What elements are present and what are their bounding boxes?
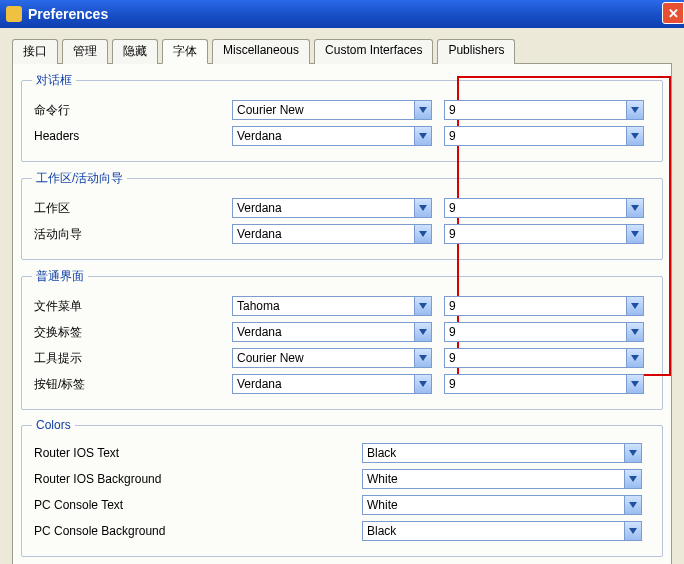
select-pc-text-color[interactable]: White	[362, 495, 642, 515]
chevron-down-icon	[414, 225, 431, 243]
tab-label: Custom Interfaces	[325, 43, 422, 57]
chevron-down-icon	[624, 522, 641, 540]
select-value: Courier New	[237, 103, 304, 117]
window-title: Preferences	[28, 6, 108, 22]
chevron-down-icon	[414, 101, 431, 119]
chevron-down-icon	[414, 127, 431, 145]
select-value: Verdana	[237, 129, 282, 143]
select-value: Verdana	[237, 325, 282, 339]
chevron-down-icon	[626, 323, 643, 341]
select-workspace-size[interactable]: 9	[444, 198, 644, 218]
select-swaptab-size[interactable]: 9	[444, 322, 644, 342]
chevron-down-icon	[626, 297, 643, 315]
chevron-down-icon	[414, 323, 431, 341]
tab-hide[interactable]: 隐藏	[112, 39, 158, 64]
label-filemenu: 文件菜单	[32, 298, 232, 315]
close-icon: ✕	[668, 6, 679, 21]
titlebar: Preferences ✕	[0, 0, 684, 28]
select-value: Verdana	[237, 201, 282, 215]
select-tooltip-size[interactable]: 9	[444, 348, 644, 368]
select-value: 9	[449, 129, 456, 143]
group-dialog: 对话框 命令行 Courier New 9 Headers Verdana	[21, 72, 663, 162]
select-activity-size[interactable]: 9	[444, 224, 644, 244]
label-pc-bg: PC Console Background	[32, 524, 362, 538]
select-tooltip-font[interactable]: Courier New	[232, 348, 432, 368]
chevron-down-icon	[626, 101, 643, 119]
tab-publishers[interactable]: Publishers	[437, 39, 515, 64]
group-dialog-legend: 对话框	[32, 72, 76, 89]
label-headers: Headers	[32, 129, 232, 143]
select-value: 9	[449, 201, 456, 215]
chevron-down-icon	[414, 199, 431, 217]
select-value: 9	[449, 377, 456, 391]
label-cmdline: 命令行	[32, 102, 232, 119]
select-pc-bg-color[interactable]: Black	[362, 521, 642, 541]
label-activity: 活动向导	[32, 226, 232, 243]
select-headers-font[interactable]: Verdana	[232, 126, 432, 146]
chevron-down-icon	[624, 470, 641, 488]
tab-bar: 接口 管理 隐藏 字体 Miscellaneous Custom Interfa…	[12, 39, 672, 64]
chevron-down-icon	[414, 349, 431, 367]
chevron-down-icon	[414, 375, 431, 393]
tab-label: 接口	[23, 44, 47, 58]
label-router-bg: Router IOS Background	[32, 472, 362, 486]
select-router-text-color[interactable]: Black	[362, 443, 642, 463]
group-colors-legend: Colors	[32, 418, 75, 432]
select-headers-size[interactable]: 9	[444, 126, 644, 146]
select-value: 9	[449, 227, 456, 241]
tab-label: 管理	[73, 44, 97, 58]
close-button[interactable]: ✕	[662, 2, 684, 24]
select-filemenu-size[interactable]: 9	[444, 296, 644, 316]
tab-custom[interactable]: Custom Interfaces	[314, 39, 433, 64]
select-value: 9	[449, 351, 456, 365]
label-pc-text: PC Console Text	[32, 498, 362, 512]
tab-label: Miscellaneous	[223, 43, 299, 57]
tab-misc[interactable]: Miscellaneous	[212, 39, 310, 64]
select-value: Verdana	[237, 227, 282, 241]
select-cmdline-size[interactable]: 9	[444, 100, 644, 120]
fonts-panel: 对话框 命令行 Courier New 9 Headers Verdana	[12, 63, 672, 564]
select-buttons-size[interactable]: 9	[444, 374, 644, 394]
select-value: White	[367, 498, 398, 512]
label-router-text: Router IOS Text	[32, 446, 362, 460]
tab-interface[interactable]: 接口	[12, 39, 58, 64]
tab-label: 字体	[173, 44, 197, 58]
chevron-down-icon	[624, 496, 641, 514]
select-router-bg-color[interactable]: White	[362, 469, 642, 489]
select-value: 9	[449, 325, 456, 339]
label-tooltip: 工具提示	[32, 350, 232, 367]
group-general-legend: 普通界面	[32, 268, 88, 285]
tab-manage[interactable]: 管理	[62, 39, 108, 64]
app-icon	[6, 6, 22, 22]
select-value: 9	[449, 299, 456, 313]
select-buttons-font[interactable]: Verdana	[232, 374, 432, 394]
select-value: Verdana	[237, 377, 282, 391]
select-value: White	[367, 472, 398, 486]
tab-label: 隐藏	[123, 44, 147, 58]
chevron-down-icon	[626, 349, 643, 367]
label-swaptab: 交换标签	[32, 324, 232, 341]
select-value: 9	[449, 103, 456, 117]
chevron-down-icon	[624, 444, 641, 462]
select-value: Black	[367, 446, 396, 460]
select-filemenu-font[interactable]: Tahoma	[232, 296, 432, 316]
chevron-down-icon	[626, 127, 643, 145]
tab-fonts[interactable]: 字体	[162, 39, 208, 64]
select-value: Tahoma	[237, 299, 280, 313]
select-value: Black	[367, 524, 396, 538]
tab-label: Publishers	[448, 43, 504, 57]
select-cmdline-font[interactable]: Courier New	[232, 100, 432, 120]
chevron-down-icon	[414, 297, 431, 315]
chevron-down-icon	[626, 199, 643, 217]
label-workspace: 工作区	[32, 200, 232, 217]
chevron-down-icon	[626, 225, 643, 243]
select-activity-font[interactable]: Verdana	[232, 224, 432, 244]
group-workspace: 工作区/活动向导 工作区 Verdana 9 活动向导 Verdana	[21, 170, 663, 260]
label-buttons: 按钮/标签	[32, 376, 232, 393]
group-general: 普通界面 文件菜单 Tahoma 9 交换标签 Verdana	[21, 268, 663, 410]
group-colors: Colors Router IOS Text Black Router IOS …	[21, 418, 663, 557]
chevron-down-icon	[626, 375, 643, 393]
group-workspace-legend: 工作区/活动向导	[32, 170, 127, 187]
select-swaptab-font[interactable]: Verdana	[232, 322, 432, 342]
select-workspace-font[interactable]: Verdana	[232, 198, 432, 218]
